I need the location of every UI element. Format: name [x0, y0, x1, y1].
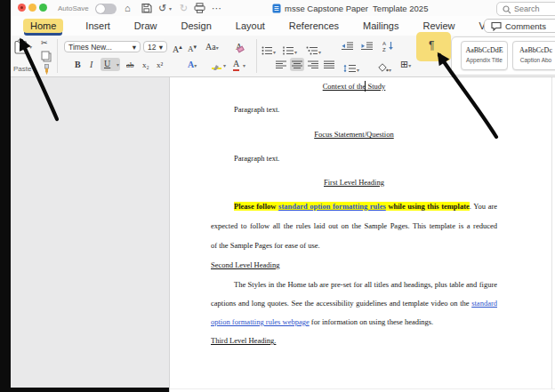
style-name: Caption Abo — [513, 57, 555, 63]
highlighted-text: Please follow — [234, 202, 278, 211]
chevron-down-icon: ▾ — [133, 43, 136, 52]
plain-text: . You are — [470, 202, 497, 211]
doc-body-line-3[interactable]: of the Sample Pages for ease of use. — [211, 241, 497, 252]
undo-chevron-icon[interactable]: ▾ — [169, 5, 172, 12]
zoom-window-button[interactable] — [39, 4, 47, 12]
align-right-button[interactable] — [308, 60, 318, 69]
doc-body2-line-1[interactable]: The Styles in the Home tab are pre-set f… — [211, 280, 497, 291]
tab-draw[interactable]: Draw — [133, 19, 159, 33]
bullet-list-icon — [261, 46, 273, 55]
align-center-icon — [292, 60, 302, 69]
doc-paragraph-text-2[interactable]: Paragraph text. — [234, 154, 520, 164]
doc-highlight-line[interactable]: Please follow standard option formatting… — [211, 202, 497, 212]
paste-chevron-icon: ▾ — [29, 44, 32, 50]
change-case-button[interactable]: Aa▾ — [205, 42, 219, 53]
sort-button[interactable]: AZ — [382, 40, 395, 52]
save-icon[interactable] — [141, 3, 152, 13]
close-window-button[interactable] — [18, 4, 26, 12]
text-effects-button[interactable]: A▾ — [188, 60, 197, 71]
titlebar: AutoSave ⌂ ↺ ▾ ↻ ⋯ msse Capstone Paper T… — [11, 0, 555, 16]
paragraph-marks-button[interactable]: ¶ — [429, 40, 434, 51]
print-icon[interactable] — [194, 3, 205, 13]
chevron-down-icon[interactable]: ▾ — [223, 62, 226, 68]
redo-icon: ↻ — [180, 2, 188, 14]
doc-heading-focus[interactable]: Focus Statement/Question — [211, 130, 497, 140]
font-color-button[interactable]: A — [233, 59, 239, 71]
copy-icon[interactable] — [41, 51, 52, 62]
doc-heading-second-level[interactable]: Second Level Heading — [211, 260, 497, 271]
minimize-window-button[interactable] — [28, 4, 36, 12]
font-size-select[interactable]: 12▾ — [143, 41, 167, 52]
comments-button[interactable]: Comments — [484, 19, 555, 33]
clear-formatting-button[interactable]: A — [236, 42, 242, 52]
clipboard-icon — [14, 39, 28, 54]
bold-button[interactable]: B — [75, 60, 81, 70]
tab-insert[interactable]: Insert — [84, 19, 112, 33]
style-card-appendix-title[interactable]: AaBbCcDdE Appendix Title — [461, 41, 508, 70]
numbered-list-icon — [283, 46, 294, 55]
comment-icon — [491, 21, 502, 31]
borders-button[interactable]: ⊞▾ — [400, 59, 411, 71]
align-left-button[interactable] — [276, 60, 286, 69]
word-doc-icon — [272, 4, 281, 13]
cut-icon[interactable]: ✂ — [41, 37, 48, 48]
tab-design[interactable]: Design — [180, 19, 213, 33]
paste-button[interactable]: ▾ — [14, 39, 28, 58]
doc-heading-third-level[interactable]: Third Level Heading. — [211, 336, 497, 347]
italic-button[interactable]: I — [90, 60, 92, 70]
scrollbar-track[interactable] — [551, 77, 552, 388]
bullets-button[interactable]: ▾ — [261, 42, 276, 58]
align-justify-button[interactable] — [324, 60, 334, 69]
decrease-font-button[interactable]: A▾ — [188, 42, 197, 54]
plain-text: captions and long quotes. See the access… — [211, 299, 471, 308]
undo-icon[interactable]: ↺ — [158, 2, 166, 14]
ribbon-tab-bar: Home Insert Draw Design Layout Reference… — [11, 16, 555, 36]
font-name-select[interactable]: Times New...▾ — [64, 41, 141, 52]
comments-label: Comments — [505, 21, 546, 31]
style-sample: AaBbCcDc — [513, 46, 555, 54]
chevron-down-icon: ▾ — [159, 43, 163, 52]
highlight-button[interactable] — [212, 59, 221, 69]
numbering-button[interactable]: ▾ — [283, 42, 297, 58]
home-icon[interactable]: ⌂ — [125, 2, 131, 14]
underline-button[interactable]: U ▾ — [101, 58, 120, 71]
tab-mailings[interactable]: Mailings — [361, 19, 400, 33]
hyperlink-formatting-rules[interactable]: standard option formatting rules — [278, 202, 386, 211]
tab-references[interactable]: References — [287, 19, 341, 33]
doc-body-line-2[interactable]: expected to follow all the rules laid ou… — [211, 221, 497, 232]
hyperlink-standard[interactable]: standard — [471, 299, 497, 308]
hyperlink-webpage[interactable]: option formatting rules webpage — [211, 317, 310, 326]
increase-font-button[interactable]: A▴ — [173, 42, 182, 55]
doc-heading-context[interactable]: Context of the Study — [211, 82, 497, 92]
doc-body2-line-3[interactable]: option formatting rules webpage for info… — [211, 317, 497, 328]
multilevel-list-button[interactable]: ▾ — [306, 42, 321, 58]
style-card-caption[interactable]: AaBbCcDc Caption Abo — [512, 41, 555, 70]
word-window: AutoSave ⌂ ↺ ▾ ↻ ⋯ msse Capstone Paper T… — [0, 0, 555, 392]
shading-button[interactable]: ▾ — [378, 60, 391, 76]
tab-layout[interactable]: Layout — [234, 19, 267, 33]
doc-heading-first-level[interactable]: First Level Heading — [211, 178, 497, 188]
align-center-button[interactable] — [290, 58, 304, 71]
autosave-toggle[interactable] — [95, 4, 117, 14]
doc-paragraph-text-1[interactable]: Paragraph text. — [234, 105, 520, 116]
plain-text: for information on using these headings. — [310, 317, 434, 326]
tab-home[interactable]: Home — [23, 19, 63, 33]
decrease-indent-button[interactable] — [342, 42, 354, 51]
subscript-button[interactable]: x₂ — [142, 60, 149, 70]
chevron-down-icon: ▾ — [216, 45, 219, 51]
format-painter-icon[interactable] — [42, 64, 52, 76]
strikethrough-button[interactable]: ab — [126, 60, 134, 70]
doc-body2-line-2[interactable]: captions and long quotes. See the access… — [211, 299, 497, 309]
line-spacing-button[interactable]: ▾ — [343, 60, 359, 76]
multilevel-list-icon — [306, 46, 318, 55]
superscript-button[interactable]: x² — [157, 60, 163, 70]
more-options-icon[interactable]: ⋯ — [212, 2, 221, 14]
chevron-down-icon[interactable]: ▾ — [243, 62, 245, 68]
autosave-label: AutoSave — [58, 4, 89, 12]
text-cursor — [365, 81, 366, 92]
svg-text:A: A — [382, 41, 386, 46]
increase-indent-button[interactable] — [361, 42, 374, 51]
tab-review[interactable]: Review — [421, 19, 456, 33]
search-field[interactable]: Search — [496, 2, 555, 16]
screenshot-frame-bottom — [0, 388, 169, 392]
